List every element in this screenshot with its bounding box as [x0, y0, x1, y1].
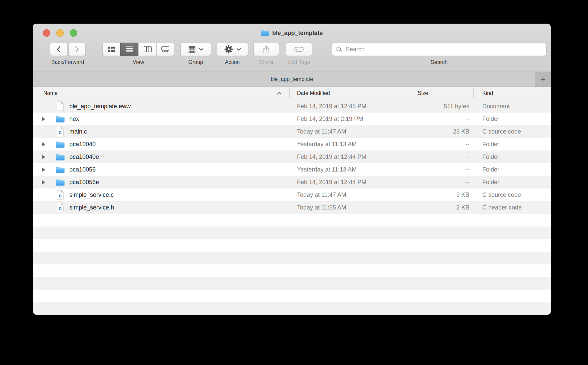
- name-cell: c simple_service.h: [33, 201, 114, 214]
- file-date-modified: Feb 14, 2019 at 12:44 PM: [297, 176, 366, 188]
- folder-icon: [55, 179, 65, 186]
- file-name: main.c: [69, 128, 87, 135]
- desktop: { "window": { "title": "ble_app_template…: [0, 0, 588, 365]
- file-row[interactable]: pca10056e Feb 14, 2019 at 12:44 PM -- Fo…: [33, 176, 551, 188]
- folder-icon: [55, 115, 65, 123]
- action-cluster: Action: [217, 43, 248, 65]
- back-button[interactable]: [50, 43, 67, 56]
- column-header-kind[interactable]: Kind: [482, 87, 493, 100]
- c-file-icon: c: [55, 202, 65, 212]
- file-size: 9 KB: [408, 188, 469, 201]
- group-label: Group: [188, 59, 203, 65]
- icon-view-button[interactable]: [102, 43, 120, 56]
- share-icon: [262, 45, 270, 54]
- column-header-date-modified[interactable]: Date Modified: [297, 87, 330, 100]
- column-separator: [473, 89, 474, 98]
- file-row[interactable]: c main.c Today at 11:47 AM 26 KB C sourc…: [33, 125, 551, 138]
- file-date-modified: Feb 14, 2019 at 12:44 PM: [297, 151, 366, 163]
- group-button[interactable]: [180, 43, 211, 56]
- file-row[interactable]: hex Feb 14, 2019 at 2:19 PM -- Folder: [33, 113, 551, 125]
- new-tab-button[interactable]: +: [535, 72, 551, 87]
- file-size: 2 KB: [408, 201, 469, 214]
- file-kind: Document: [482, 100, 510, 113]
- file-kind: Folder: [482, 176, 499, 188]
- file-date-modified: Feb 14, 2019 at 2:19 PM: [297, 113, 363, 125]
- disclosure-triangle-icon[interactable]: [40, 117, 47, 121]
- file-list-body: ble_app_template.eww Feb 14, 2019 at 12:…: [33, 100, 551, 315]
- edit-tags-cluster: Edit Tags: [286, 43, 312, 65]
- file-kind: Folder: [482, 151, 499, 163]
- file-size: --: [408, 163, 469, 176]
- file-row[interactable]: c simple_service.c Today at 11:47 AM 9 K…: [33, 188, 551, 201]
- file-row[interactable]: pca10040e Feb 14, 2019 at 12:44 PM -- Fo…: [33, 151, 551, 163]
- name-cell: c simple_service.c: [33, 188, 114, 201]
- title-toolbar: ble_app_template Back/Forward: [33, 24, 551, 72]
- file-name: pca10056: [69, 166, 96, 173]
- file-size: --: [408, 138, 469, 151]
- group-icon: [188, 46, 196, 53]
- name-cell: pca10040e: [33, 151, 99, 163]
- list-view-icon: [126, 46, 133, 52]
- file-row[interactable]: ble_app_template.eww Feb 14, 2019 at 12:…: [33, 100, 551, 113]
- action-label: Action: [225, 59, 240, 65]
- gallery-view-button[interactable]: [156, 43, 174, 56]
- document-icon: [55, 101, 65, 111]
- sort-ascending-icon: [277, 87, 281, 100]
- column-separator: [289, 89, 290, 98]
- window-title: ble_app_template: [33, 28, 551, 38]
- name-cell: pca10056e: [33, 176, 99, 188]
- c-file-icon: c: [55, 127, 65, 137]
- file-name: simple_service.c: [69, 191, 114, 198]
- name-cell: c main.c: [33, 125, 87, 138]
- folder-icon: [55, 153, 65, 161]
- file-row[interactable]: pca10056 Yesterday at 11:13 AM -- Folder: [33, 163, 551, 176]
- file-row[interactable]: pca10040 Yesterday at 11:13 AM -- Folder: [33, 138, 551, 151]
- search-label: Search: [431, 59, 448, 65]
- folder-icon: [55, 141, 65, 148]
- file-kind: C header code: [482, 201, 522, 214]
- file-kind: C source code: [482, 188, 521, 201]
- back-forward-cluster: Back/Forward: [48, 43, 88, 65]
- file-size: --: [408, 176, 469, 188]
- edit-tags-button[interactable]: [286, 43, 312, 56]
- forward-button[interactable]: [68, 43, 86, 56]
- column-header-name[interactable]: Name: [43, 87, 58, 100]
- file-size: --: [408, 113, 469, 125]
- back-chevron-icon: [56, 46, 61, 53]
- name-cell: ble_app_template.eww: [33, 100, 131, 113]
- folder-icon: [261, 30, 269, 36]
- name-cell: pca10056: [33, 163, 96, 176]
- disclosure-triangle-icon[interactable]: [40, 142, 47, 147]
- list-view-button[interactable]: [120, 43, 138, 56]
- svg-text:c: c: [58, 129, 61, 136]
- file-size: --: [408, 151, 469, 163]
- action-button[interactable]: [217, 43, 248, 56]
- share-label: Share: [259, 59, 273, 65]
- tab-bar: ble_app_template +: [33, 72, 551, 87]
- forward-chevron-icon: [75, 46, 79, 53]
- search-cluster: Search: [332, 43, 547, 65]
- share-button[interactable]: [253, 43, 279, 56]
- search-input[interactable]: [345, 46, 542, 53]
- column-view-button[interactable]: [138, 43, 156, 56]
- view-cluster: View: [102, 43, 174, 65]
- file-date-modified: Yesterday at 11:13 AM: [297, 163, 357, 176]
- chevron-down-icon: [199, 48, 203, 51]
- chevron-down-icon: [237, 48, 241, 51]
- icon-view-icon: [108, 46, 116, 52]
- edit-tags-label: Edit Tags: [288, 59, 310, 65]
- group-cluster: Group: [180, 43, 211, 65]
- column-header-size[interactable]: Size: [418, 87, 428, 100]
- window-title-text: ble_app_template: [272, 30, 323, 37]
- view-label: View: [133, 59, 144, 65]
- file-date-modified: Feb 14, 2019 at 12:45 PM: [297, 100, 366, 113]
- c-file-icon: c: [55, 190, 65, 200]
- disclosure-triangle-icon[interactable]: [40, 180, 47, 184]
- search-field[interactable]: [332, 43, 547, 56]
- disclosure-triangle-icon[interactable]: [40, 168, 47, 172]
- disclosure-triangle-icon[interactable]: [40, 155, 47, 159]
- file-date-modified: Today at 11:47 AM: [297, 188, 346, 201]
- finder-window: ble_app_template Back/Forward: [33, 24, 551, 315]
- file-name: pca10040: [69, 141, 96, 148]
- file-row[interactable]: c simple_service.h Today at 11:55 AM 2 K…: [33, 201, 551, 214]
